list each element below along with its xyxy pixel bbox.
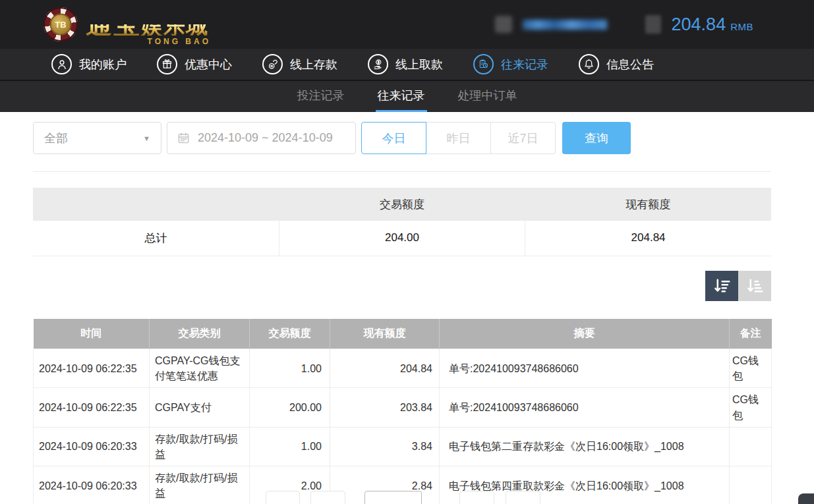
chip-monogram: TB — [50, 14, 72, 36]
balance-currency: RMB — [730, 21, 753, 32]
sort-descending-button[interactable] — [705, 271, 738, 301]
col-current-amount: 现有额度 — [330, 319, 440, 349]
tab-label: 处理中订单 — [458, 88, 517, 103]
gift-icon — [157, 54, 177, 74]
cell-amount: 1.00 — [250, 349, 330, 388]
pagination-page-select[interactable] — [364, 491, 422, 504]
tab-transaction-records[interactable]: 往来记录 — [376, 81, 427, 112]
table-row: 2024-10-09 06:22:35 CGPAY支付 200.00 203.8… — [34, 388, 772, 427]
sort-descending-icon — [712, 276, 732, 296]
nav-item-deposit[interactable]: 线上存款 — [262, 54, 337, 74]
quick-today-button[interactable]: 今日 — [361, 122, 426, 154]
summary-header-row: 交易额度 现有额度 — [33, 188, 771, 221]
cell-note — [730, 466, 772, 504]
nav-label: 信息公告 — [606, 57, 654, 72]
cell-summary: 单号:202410093748686060 — [440, 349, 730, 388]
brand-title-en: TONG BAO — [148, 38, 211, 45]
date-range-picker[interactable]: 2024-10-09 ~ 2024-10-09 — [167, 122, 356, 154]
header-right: 204.84 RMB — [495, 14, 814, 35]
cell-amount: 1.00 — [250, 427, 330, 466]
nav-label: 我的账户 — [79, 57, 127, 72]
nav-item-transaction-records[interactable]: 往来记录 — [473, 54, 548, 74]
bell-icon — [579, 54, 599, 74]
tab-label: 投注记录 — [297, 88, 345, 103]
cell-type: CGPAY支付 — [150, 388, 250, 427]
brand-logo[interactable]: TB 通宝娱乐城 TONG BAO — [44, 7, 212, 42]
nav-label: 优惠中心 — [185, 57, 232, 72]
filter-bar: 全部 ▼ 2024-10-09 ~ 2024-10-09 今日 昨日 近7日 查… — [33, 122, 814, 154]
cell-type: 存款/取款/打码/损益 — [150, 466, 250, 504]
tab-betting-records[interactable]: 投注记录 — [295, 81, 347, 112]
cell-time: 2024-10-09 06:22:35 — [34, 388, 150, 427]
pagination-button-last[interactable] — [506, 491, 540, 504]
cell-time: 2024-10-09 06:22:35 — [34, 349, 150, 388]
date-range-value: 2024-10-09 ~ 2024-10-09 — [198, 131, 333, 145]
brand-title-main: 通宝 — [86, 10, 141, 39]
nav-label: 线上存款 — [290, 57, 337, 72]
cell-balance: 204.84 — [330, 349, 440, 388]
user-icon — [51, 54, 72, 74]
cell-note: CG钱包 — [730, 388, 772, 427]
cell-note: CG钱包 — [730, 349, 772, 388]
col-summary: 摘要 — [440, 319, 730, 349]
records-icon — [473, 54, 494, 74]
balance-amount: 204.84 — [672, 14, 726, 35]
summary-col-transaction-amount: 交易额度 — [279, 188, 525, 221]
quick-last7days-button[interactable]: 近7日 — [490, 122, 556, 154]
table-row: 2024-10-09 06:20:33 存款/取款/打码/损益 1.00 3.8… — [34, 427, 772, 466]
sort-ascending-button[interactable] — [738, 271, 771, 301]
type-dropdown-value: 全部 — [44, 130, 68, 146]
poker-chip-icon: TB — [44, 7, 78, 42]
quick-yesterday-button[interactable]: 昨日 — [426, 122, 491, 154]
summary-total-label: 总计 — [33, 221, 279, 256]
cell-type: 存款/取款/打码/损益 — [150, 427, 250, 466]
col-transaction-amount: 交易额度 — [250, 319, 330, 349]
calendar-icon — [177, 132, 190, 144]
col-time: 时间 — [34, 319, 150, 349]
cell-summary: 电子钱包第二重存款彩金《次日16:00领取》_1008 — [440, 427, 730, 466]
type-dropdown[interactable]: 全部 ▼ — [33, 122, 161, 154]
main-nav: 我的账户 优惠中心 线上存款 线上取款 — [0, 49, 814, 81]
table-row: 2024-10-09 06:22:35 CGPAY-CG钱包支付笔笔送优惠 1.… — [34, 349, 772, 388]
withdraw-icon — [368, 54, 388, 74]
pagination-button-next[interactable] — [459, 491, 494, 504]
section-divider — [33, 171, 771, 172]
summary-table: 交易额度 现有额度 总计 204.00 204.84 — [33, 188, 771, 256]
nav-item-withdraw[interactable]: 线上取款 — [368, 54, 443, 74]
sort-controls — [33, 271, 771, 301]
username-redacted — [523, 20, 607, 30]
col-transaction-type: 交易类别 — [150, 319, 250, 349]
summary-current-amount: 204.84 — [525, 221, 771, 256]
tab-pending-orders[interactable]: 处理中订单 — [456, 81, 519, 112]
nav-item-my-account[interactable]: 我的账户 — [51, 54, 127, 74]
cell-note — [730, 427, 772, 466]
nav-item-announcements[interactable]: 信息公告 — [579, 54, 654, 74]
chevron-down-icon: ▼ — [143, 134, 150, 142]
brand-title-sub: 娱乐城 — [141, 14, 208, 38]
pagination-button-prev[interactable] — [310, 491, 345, 504]
cell-time: 2024-10-09 06:20:33 — [34, 427, 150, 466]
subnav: 投注记录 往来记录 处理中订单 — [0, 81, 814, 112]
brand-title: 通宝娱乐城 TONG BAO — [86, 11, 212, 38]
summary-transaction-amount: 204.00 — [279, 221, 525, 256]
col-note: 备注 — [730, 319, 772, 349]
user-avatar-redacted — [495, 16, 512, 33]
floating-corner-widget[interactable] — [798, 493, 814, 504]
summary-col-empty — [33, 188, 279, 221]
sort-ascending-icon — [745, 276, 765, 296]
deposit-icon — [262, 54, 283, 74]
tab-label: 往来记录 — [378, 88, 425, 103]
quick-date-group: 今日 昨日 近7日 — [361, 122, 556, 154]
records-header-row: 时间 交易类别 交易额度 现有额度 摘要 备注 — [34, 319, 772, 349]
wallet-icon-redacted — [645, 15, 661, 34]
cell-balance: 203.84 — [330, 388, 440, 427]
nav-item-promotions[interactable]: 优惠中心 — [157, 54, 232, 74]
search-button[interactable]: 查询 — [562, 122, 631, 154]
account-balance: 204.84 RMB — [672, 14, 753, 35]
pagination-button-first[interactable] — [266, 491, 300, 504]
summary-col-current-amount: 现有额度 — [525, 188, 771, 221]
nav-label: 线上取款 — [395, 57, 443, 72]
cell-balance: 3.84 — [330, 427, 440, 466]
cell-time: 2024-10-09 06:20:33 — [34, 466, 150, 504]
cell-type: CGPAY-CG钱包支付笔笔送优惠 — [150, 349, 250, 388]
